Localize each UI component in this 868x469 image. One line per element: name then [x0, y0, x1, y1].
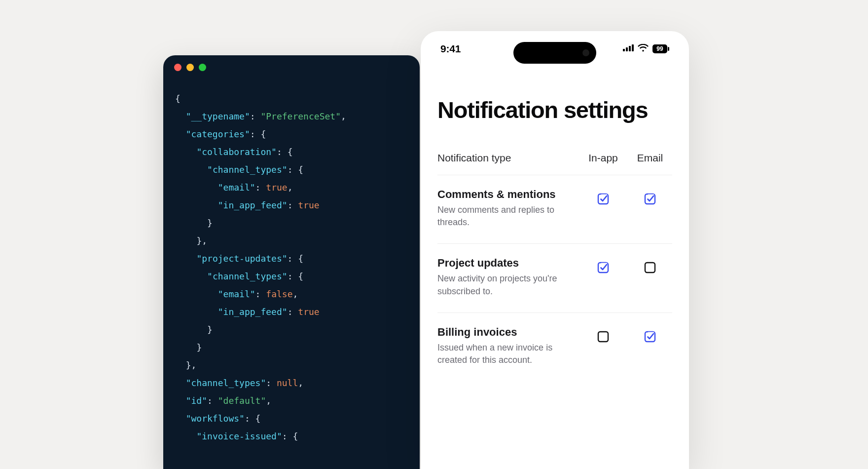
column-in-app-label: In-app [579, 152, 628, 164]
column-email-label: Email [628, 152, 672, 164]
checkbox-email[interactable] [644, 262, 656, 274]
code-window: { "__typename": "PreferenceSet", "catego… [163, 55, 420, 469]
checkbox-in-app[interactable] [597, 331, 609, 343]
row-description: New comments and replies to threads. [437, 204, 579, 229]
row-description: New activity on projects you're subscrib… [437, 273, 579, 297]
svg-rect-3 [632, 44, 634, 51]
window-zoom-icon[interactable] [199, 64, 206, 71]
window-close-icon[interactable] [174, 64, 181, 71]
row-description: Issued when a new invoice is created for… [437, 342, 579, 366]
table-header: Notification type In-app Email [437, 152, 672, 175]
signal-icon [623, 44, 634, 53]
preferences-table: Notification type In-app Email Comments … [437, 152, 672, 381]
phone-notch [513, 42, 596, 64]
battery-icon: 99 [652, 44, 669, 53]
svg-rect-2 [629, 46, 631, 51]
svg-rect-1 [626, 47, 628, 51]
table-row: Billing invoicesIssued when a new invoic… [437, 313, 672, 381]
column-type-label: Notification type [437, 152, 579, 164]
window-titlebar [163, 55, 420, 79]
checkbox-in-app[interactable] [597, 193, 609, 205]
checkbox-email[interactable] [644, 331, 656, 343]
battery-level: 99 [652, 45, 667, 52]
statusbar-time: 9:41 [440, 43, 461, 55]
svg-rect-5 [668, 47, 669, 51]
code-json: { "__typename": "PreferenceSet", "catego… [163, 79, 420, 445]
svg-rect-0 [623, 49, 625, 51]
row-title: Comments & mentions [437, 188, 579, 201]
checkbox-email[interactable] [644, 193, 656, 205]
svg-rect-9 [645, 263, 655, 273]
table-row: Comments & mentionsNew comments and repl… [437, 175, 672, 244]
table-row: Project updatesNew activity on projects … [437, 244, 672, 313]
wifi-icon [638, 44, 649, 54]
window-minimize-icon[interactable] [186, 64, 194, 71]
row-title: Project updates [437, 257, 579, 270]
checkbox-in-app[interactable] [597, 262, 609, 274]
phone-mock: 9:41 99 [421, 31, 689, 469]
page-title: Notification settings [437, 96, 672, 123]
row-title: Billing invoices [437, 326, 579, 339]
svg-rect-10 [598, 332, 608, 342]
